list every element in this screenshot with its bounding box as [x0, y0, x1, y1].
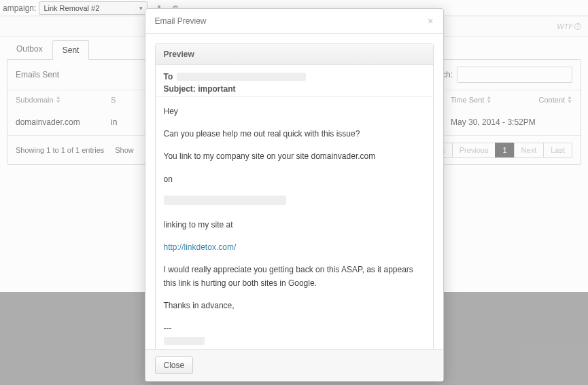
body-line: on	[164, 173, 425, 186]
modal-body: Preview To Subject: important Hey Can yo…	[145, 34, 443, 349]
modal-header: Email Preview ×	[145, 9, 443, 34]
modal-overlay: Email Preview × Preview To Subject: impo…	[0, 0, 588, 385]
redacted-url	[164, 196, 425, 209]
redacted-signature	[164, 336, 425, 349]
body-line: You link to my company site on your site…	[164, 150, 425, 163]
modal-title: Email Preview	[155, 16, 207, 26]
body-line: I would really appreciate you getting ba…	[164, 263, 425, 289]
body-line: linking to my site at	[164, 219, 425, 232]
body-link[interactable]: http://linkdetox.com/	[164, 241, 425, 254]
preview-body: Hey Can you please help me out real quic…	[156, 97, 433, 349]
subject-label: Subject:	[164, 84, 196, 94]
close-button[interactable]: Close	[155, 356, 194, 374]
close-icon[interactable]: ×	[428, 16, 433, 26]
to-label: To	[164, 72, 173, 81]
preview-heading: Preview	[156, 44, 433, 65]
preview-box: Preview To Subject: important Hey Can yo…	[155, 43, 434, 349]
signature-dash: ---	[164, 322, 425, 335]
preview-meta: To Subject: important	[156, 65, 433, 97]
body-line: Thanks in advance,	[164, 299, 425, 312]
email-preview-modal: Email Preview × Preview To Subject: impo…	[145, 8, 444, 382]
subject-value: important	[198, 84, 235, 94]
body-line: Can you please help me out real quick wi…	[164, 128, 425, 141]
redacted-recipient	[177, 73, 306, 81]
body-line: Hey	[164, 105, 425, 118]
modal-footer: Close	[145, 349, 443, 381]
